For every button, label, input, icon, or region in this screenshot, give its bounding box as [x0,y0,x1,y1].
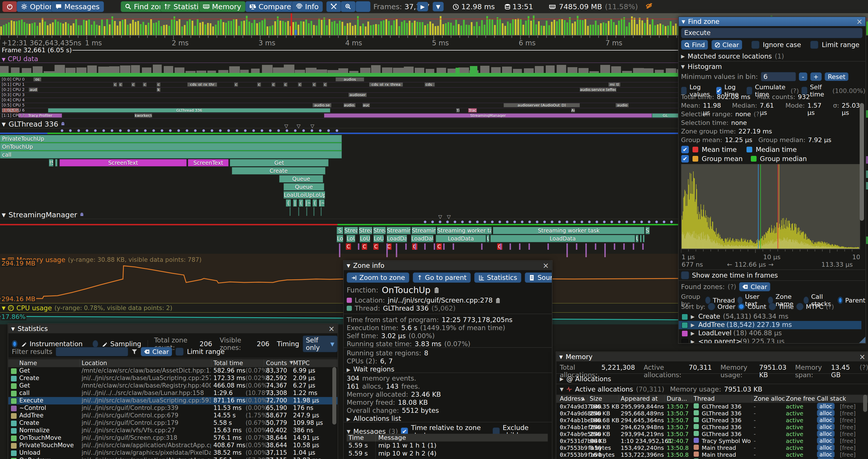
column-header-time[interactable]: Time [348,434,364,441]
cpu-zone[interactable]: Ti [456,108,460,112]
active-allocations-row[interactable]: ▼Active allocations(70,311)Memory usage:… [560,386,762,393]
time-ruler[interactable]: +12:31 362,643,435ns1 ms2 ms3 ms4 ms5 ms… [0,36,678,46]
message-row[interactable]: 5.59 smip 10 w 2 h 2 (4) [347,450,548,458]
glthread-header[interactable]: ▼GLThread 336 [2,120,66,128]
column-header-dura-[interactable]: Dura... [666,395,687,402]
scrollbar-vertical[interactable] [332,367,336,425]
table-row[interactable]: AddTreejni/../jni/src/guif/Control.cpp:6… [8,412,338,419]
cpu-zone[interactable]: c [312,83,316,87]
cpu-zone[interactable]: aud [29,88,38,92]
alloc-callstack-button[interactable]: alloc [817,430,835,437]
expand-arrow[interactable]: ▶ [347,416,350,422]
thread-zone[interactable]: |~ [319,199,324,207]
mean-legend-checkbox[interactable]: ✔ [681,145,689,154]
cpu-zone[interactable]: c [157,83,161,87]
column-header-address[interactable]: Address [560,395,584,402]
thread-zone[interactable] [55,159,57,166]
sampling-radio[interactable] [92,340,98,348]
thread-zone[interactable]: ( [299,199,303,207]
bin-reset-button[interactable]: Reset [825,72,848,81]
cpu-zone[interactable]: c [283,83,287,87]
scrollbar-vertical[interactable] [863,395,867,412]
streaming-zone[interactable] [640,235,642,242]
thread-zone[interactable]: ( [286,199,291,207]
zone-info-button-zoom-to-zone[interactable]: Zoom to zone [347,272,409,283]
streaming-zone[interactable]: U [636,235,639,242]
close-icon[interactable]: × [542,262,549,269]
alloc-callstack-button[interactable]: alloc [817,417,835,423]
resize-grip[interactable] [859,337,865,343]
sort-by-time[interactable] [769,303,776,310]
cpu-zone[interactable]: audio [616,103,629,107]
thread-zone[interactable]: !S [49,159,54,166]
histogram-row[interactable]: ▼Histogram [681,63,722,70]
zone-info-button-source[interactable]: Source [525,272,552,283]
table-row[interactable]: 0x74ab1be040186.68 KB294,645,364ns13:50.… [556,417,868,423]
cpu-zone[interactable]: cds_ol_rx_threa [369,83,403,87]
streaming-zone[interactable]: LoU [360,235,370,242]
thread-zone[interactable]: ScreenText [59,159,187,166]
cpu-zone[interactable]: os [33,77,41,81]
bin-plus-button[interactable]: + [810,72,822,81]
bin-minus-button[interactable]: - [799,72,807,81]
table-row[interactable]: 0x74a9d37040186.35 KB295,999,844ns13:50.… [556,403,868,409]
timing-select[interactable]: Self only▼ [303,335,338,352]
column-header-zone-free[interactable]: Zone free [786,395,815,402]
filter-clear-button[interactable]: Clear [141,347,172,356]
table-row[interactable]: 0x74ab9e5040256 KB293,994,219ns13:50.7GL… [556,430,868,437]
cpu-zone[interactable]: mi_tl [608,83,620,87]
streaming-zone[interactable]: S [337,227,343,234]
cpu-zone[interactable]: c [323,83,327,87]
cpu-zone[interactable]: cds_ [425,83,435,87]
column-header-size[interactable]: Size [590,395,602,402]
alloc-callstack-button[interactable]: alloc [817,409,835,417]
thread-zone[interactable]: |~ [305,199,311,207]
statistics-titlebar[interactable]: ▼Statistics× [8,324,338,333]
alloc-callstack-button[interactable]: alloc [817,451,835,458]
found-zone-group[interactable]: ▶Create(54,131) 643.34 ms [679,313,861,321]
streaming-zone[interactable]: Strea [344,227,358,234]
found-zone-group[interactable]: ▶LoadLevel(18) 406.88 μs [679,329,861,337]
streaming-zone[interactable]: LoU [346,235,355,242]
thread-zone[interactable]: PrivateTouchUp [0,135,342,142]
thread-zone[interactable]: ( [312,199,317,207]
streaming-zone[interactable]: Streaming worker tas [437,227,492,234]
table-row[interactable]: Unloadjni/../jni/src/claw/graphics/pixel… [8,449,338,457]
sort-by-count[interactable] [738,303,745,310]
table-row[interactable]: Createjni/../jni/src/guif/Control.cpp:17… [8,419,338,427]
cpu-zone[interactable]: k [157,88,161,92]
cpu-zone[interactable]: audio.service (effect) [580,88,616,92]
table-row[interactable]: OnRedrawjni/../jni/src/claw/application/… [8,457,338,459]
streaming-zone[interactable]: LoU [337,235,343,242]
alloc-callstack-button[interactable]: alloc [817,403,835,409]
close-icon[interactable]: × [856,18,863,25]
found-zone-group[interactable]: ▶<no parent>(9) 225.73 μs [679,337,861,343]
find-zone-histogram[interactable] [681,164,860,250]
table-row[interactable]: OnTouchMovejni/../jni/src/guif/Screen.cp… [8,434,338,442]
table-row[interactable]: ~Controljni/../jni/src/guif/Control.cpp:… [8,404,338,412]
column-header-mtpc[interactable]: MTPC [293,360,310,367]
table-row[interactable]: 0x7553b9fa508 bytes153,492,240ns13:50.8M… [556,444,868,451]
cpu-zone[interactable]: Au [571,108,575,112]
streaming-zone[interactable]: Streaming [386,227,411,234]
clear-button[interactable]: Clear [711,40,742,50]
group-by-parent[interactable] [838,297,843,304]
cpu-zone[interactable]: Tracy Profiler [19,113,62,118]
cpu-zone[interactable]: audio.se [312,103,332,107]
filter-input[interactable] [56,347,128,356]
message-row[interactable]: 5.59 smip 9 w 4 h 4 (16) [347,458,548,459]
zone-info-button-statistics[interactable]: Statistics [474,272,521,283]
frame-next-button[interactable]: ▶ [417,2,428,11]
cpu-zone[interactable]: cds_ol_rx_thr [187,83,217,87]
streaming-zone[interactable]: U [487,235,490,242]
streaming-zone[interactable]: Strea [373,227,386,234]
cpu-zone[interactable]: GL [652,113,678,118]
cpu-zone[interactable]: kworker/u [134,113,152,118]
table-row[interactable]: Normalizejni/../jni/src/claw/vfs/Vfs.cpp… [8,427,338,434]
thread-zone[interactable]: Queue [279,175,323,183]
find-zone-titlebar[interactable]: ▼Find zone× [679,17,865,26]
streaming-zone[interactable]: Streaming [412,227,436,234]
streaming-zone[interactable] [643,235,645,242]
cpu-zone[interactable]: auc [363,103,370,107]
table-row[interactable]: Get/mnt/e/claw/src/claw/base/Registry.hp… [8,382,338,390]
